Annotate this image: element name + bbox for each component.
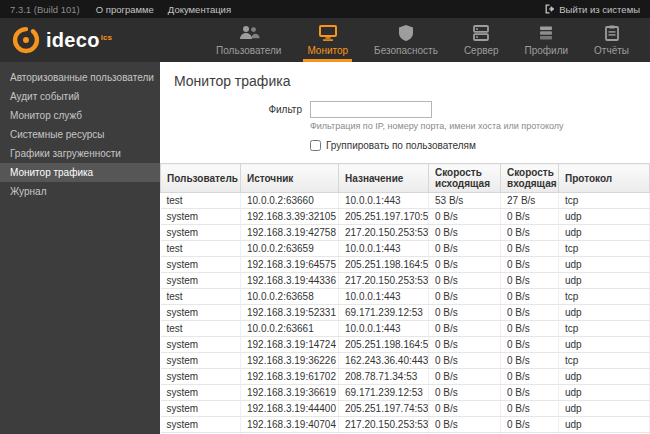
cell-protocol: tcp: [559, 193, 650, 209]
tab-monitor[interactable]: Монитор: [294, 18, 361, 62]
sidebar-item[interactable]: Аудит событий: [0, 87, 160, 106]
cell-speed-out: 0 B/s: [429, 289, 501, 305]
cell-user: test: [161, 289, 241, 305]
sidebar-item[interactable]: Монитор служб: [0, 106, 160, 125]
table-row[interactable]: system 192.168.3.19:36226 162.243.36.40:…: [161, 353, 650, 369]
cell-user: system: [161, 257, 241, 273]
sidebar-item[interactable]: Журнал: [0, 182, 160, 201]
sidebar-item-label: Графики загруженности: [10, 148, 121, 159]
tab-label: Пользователи: [216, 45, 281, 56]
col-destination[interactable]: Назначение: [339, 164, 429, 193]
tab-label: Отчёты: [594, 45, 629, 56]
filter-label: Фильтр: [174, 101, 302, 151]
brand-logo[interactable]: idecoics: [12, 18, 160, 62]
cell-destination: 217.20.150.253:53: [339, 417, 429, 433]
cell-destination: 217.20.150.253:53: [339, 225, 429, 241]
brand-suffix: ics: [101, 33, 112, 42]
cell-user: system: [161, 401, 241, 417]
table-row[interactable]: test 10.0.0.2:63660 10.0.0.1:443 53 B/s …: [161, 193, 650, 209]
table-row[interactable]: system 192.168.3.39:32105 205.251.197.17…: [161, 209, 650, 225]
sidebar-item-label: Авторизованные пользователи: [10, 72, 154, 83]
sidebar-item[interactable]: Авторизованные пользователи: [0, 68, 160, 87]
table-row[interactable]: test 10.0.0.2:63659 10.0.0.1:443 0 B/s 0…: [161, 241, 650, 257]
server-icon: [473, 25, 489, 41]
cell-source: 192.168.3.19:14724: [241, 337, 339, 353]
tab-server[interactable]: Сервер: [451, 18, 512, 62]
cell-destination: 205.251.197.170:53: [339, 209, 429, 225]
shield-icon: [399, 25, 413, 41]
table-row[interactable]: system 192.168.3.19:52331 69.171.239.12:…: [161, 305, 650, 321]
filter-input[interactable]: [310, 101, 432, 118]
logout-link[interactable]: Выйти из системы: [545, 4, 640, 15]
table-row[interactable]: test 10.0.0.2:63661 10.0.0.1:443 0 B/s 0…: [161, 321, 650, 337]
cell-speed-out: 53 B/s: [429, 193, 501, 209]
cell-speed-in: 0 B/s: [501, 385, 559, 401]
cell-source: 192.168.3.39:32105: [241, 209, 339, 225]
table-row[interactable]: system 192.168.3.19:40704 217.20.150.253…: [161, 417, 650, 433]
cell-destination: 10.0.0.1:443: [339, 289, 429, 305]
cell-user: system: [161, 305, 241, 321]
docs-link[interactable]: Документация: [168, 4, 231, 15]
table-row[interactable]: system 192.168.3.19:42758 217.20.150.253…: [161, 225, 650, 241]
cell-source: 10.0.0.2:63658: [241, 289, 339, 305]
cell-user: system: [161, 209, 241, 225]
tab-reports[interactable]: Отчёты: [581, 18, 642, 62]
cell-speed-out: 0 B/s: [429, 401, 501, 417]
traffic-monitor-page: Монитор трафика Фильтр Фильтрация по IP,…: [160, 62, 650, 434]
tab-profiles[interactable]: Профили: [512, 18, 582, 62]
sidebar-item[interactable]: Монитор трафика: [0, 163, 160, 182]
cell-source: 192.168.3.19:44400: [241, 401, 339, 417]
cell-speed-in: 0 B/s: [501, 305, 559, 321]
table-row[interactable]: test 10.0.0.2:63658 10.0.0.1:443 0 B/s 0…: [161, 289, 650, 305]
about-link[interactable]: О программе: [96, 4, 154, 15]
app-window: 7.3.1 (Build 101) О программе Документац…: [0, 0, 650, 434]
cell-speed-out: 0 B/s: [429, 369, 501, 385]
col-speed-out[interactable]: Скорость исходящая: [429, 164, 501, 193]
cell-speed-out: 0 B/s: [429, 225, 501, 241]
cell-source: 10.0.0.2:63660: [241, 193, 339, 209]
cell-source: 192.168.3.19:36226: [241, 353, 339, 369]
sidebar-item[interactable]: Графики загруженности: [0, 144, 160, 163]
tab-users[interactable]: Пользователи: [203, 18, 294, 62]
col-protocol[interactable]: Протокол: [559, 164, 650, 193]
filter-form: Фильтр Фильтрация по IP, номеру порта, и…: [174, 101, 636, 151]
sidebar-item[interactable]: Системные ресурсы: [0, 125, 160, 144]
cell-source: 10.0.0.2:63659: [241, 241, 339, 257]
cell-speed-out: 0 B/s: [429, 321, 501, 337]
col-speed-in[interactable]: Скорость входящая: [501, 164, 559, 193]
cell-protocol: udp: [559, 385, 650, 401]
cell-destination: 217.20.150.253:53: [339, 273, 429, 289]
tab-label: Безопасность: [374, 45, 438, 56]
tab-security[interactable]: Безопасность: [361, 18, 451, 62]
main-nav: Пользователи Монитор Безопасность: [203, 18, 642, 62]
cell-source: 192.168.3.19:42758: [241, 225, 339, 241]
cell-user: system: [161, 353, 241, 369]
topbar: 7.3.1 (Build 101) О программе Документац…: [0, 0, 650, 18]
group-checkbox-label: Группировать по пользователям: [326, 140, 476, 151]
cell-source: 192.168.3.19:52331: [241, 305, 339, 321]
logout-label: Выйти из системы: [559, 4, 640, 15]
table-row[interactable]: system 192.168.3.19:44336 217.20.150.253…: [161, 273, 650, 289]
cell-source: 192.168.3.19:36619: [241, 385, 339, 401]
col-user[interactable]: Пользователь: [161, 164, 241, 193]
cell-user: test: [161, 321, 241, 337]
cell-speed-in: 0 B/s: [501, 225, 559, 241]
table-row[interactable]: system 192.168.3.19:61702 208.78.71.34:5…: [161, 369, 650, 385]
cell-speed-out: 0 B/s: [429, 353, 501, 369]
table-row[interactable]: system 192.168.3.19:44400 205.251.197.74…: [161, 401, 650, 417]
cell-speed-out: 0 B/s: [429, 241, 501, 257]
cell-user: test: [161, 241, 241, 257]
cell-speed-out: 0 B/s: [429, 417, 501, 433]
cell-speed-out: 0 B/s: [429, 305, 501, 321]
group-by-users-checkbox[interactable]: [310, 140, 321, 151]
table-row[interactable]: system 192.168.3.19:64575 205.251.198.16…: [161, 257, 650, 273]
cell-source: 192.168.3.19:64575: [241, 257, 339, 273]
table-row[interactable]: system 192.168.3.19:36619 69.171.239.12:…: [161, 385, 650, 401]
cell-protocol: tcp: [559, 321, 650, 337]
col-source[interactable]: Источник: [241, 164, 339, 193]
tab-label: Профили: [525, 45, 569, 56]
cell-speed-in: 0 B/s: [501, 241, 559, 257]
logout-icon: [545, 4, 555, 14]
group-checkbox-row[interactable]: Группировать по пользователям: [310, 140, 636, 151]
table-row[interactable]: system 192.168.3.19:14724 205.251.198.16…: [161, 337, 650, 353]
